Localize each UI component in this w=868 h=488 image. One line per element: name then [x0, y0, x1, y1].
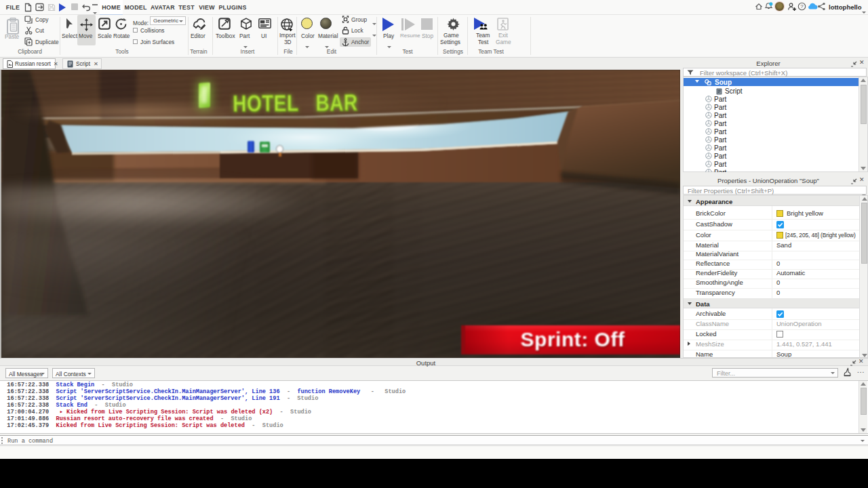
svg-text:?: ?: [800, 3, 804, 9]
